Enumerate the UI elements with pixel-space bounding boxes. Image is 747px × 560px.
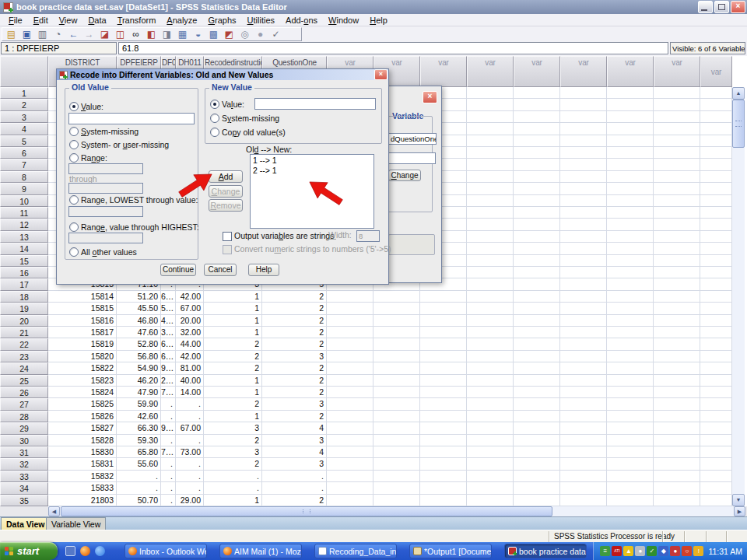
grid-cell-empty[interactable] xyxy=(467,255,514,267)
tab-variable-view[interactable]: Variable View xyxy=(46,517,106,530)
grid-cell-empty[interactable] xyxy=(607,351,654,362)
grid-cell-empty[interactable] xyxy=(560,195,607,207)
grid-cell-empty[interactable] xyxy=(327,458,374,470)
grid-cell[interactable]: 1 xyxy=(204,495,262,506)
grid-cell-empty[interactable] xyxy=(560,278,607,290)
grid-cell[interactable]: 2 xyxy=(262,315,327,327)
row-header[interactable]: 15 xyxy=(0,255,48,267)
grid-cell-empty[interactable] xyxy=(374,482,420,494)
row-header[interactable]: 33 xyxy=(0,471,48,482)
row-header[interactable]: 21 xyxy=(0,327,48,338)
grid-cell[interactable]: 55.60 xyxy=(117,458,161,470)
grid-cell-empty[interactable] xyxy=(514,219,560,230)
grid-cell-empty[interactable] xyxy=(654,147,700,159)
grid-cell-empty[interactable] xyxy=(560,362,607,374)
grid-cell[interactable]: . xyxy=(161,495,176,506)
grid-cell[interactable]: 51.20 xyxy=(117,291,161,303)
grid-cell-empty[interactable] xyxy=(374,338,420,350)
status-tray-icon[interactable]: ● xyxy=(670,546,680,556)
grid-cell[interactable]: 15832 xyxy=(48,471,117,482)
grid-cell[interactable]: 66.30 xyxy=(117,422,161,434)
grid-cell-empty[interactable] xyxy=(420,303,467,314)
grid-cell-empty[interactable] xyxy=(607,303,654,314)
office-tray-icon[interactable]: ◆ xyxy=(658,546,668,556)
grid-cell-empty[interactable] xyxy=(560,255,607,267)
grid-cell-empty[interactable] xyxy=(607,183,654,194)
grid-cell-empty[interactable] xyxy=(654,495,700,506)
grid-cell[interactable]: 5… xyxy=(161,303,176,314)
grid-cell-empty[interactable] xyxy=(420,351,467,362)
grid-cell-empty[interactable] xyxy=(374,495,420,506)
grid-cell[interactable]: 15815 xyxy=(48,303,117,314)
grid-cell-empty[interactable] xyxy=(514,458,560,470)
grid-cell[interactable]: 9… xyxy=(161,422,176,434)
grid-cell-empty[interactable] xyxy=(514,351,560,362)
old-value-radio-label[interactable]: Value: xyxy=(81,102,103,111)
grid-cell[interactable]: . xyxy=(176,435,204,446)
grid-cell-empty[interactable] xyxy=(467,159,514,170)
grid-cell-empty[interactable] xyxy=(467,291,514,303)
row-header[interactable]: 29 xyxy=(0,422,48,434)
grid-cell[interactable]: 2 xyxy=(262,291,327,303)
grid-cell[interactable]: 4 xyxy=(262,422,327,434)
antivirus-tray-icon[interactable]: ✓ xyxy=(647,546,657,556)
grid-cell-empty[interactable] xyxy=(560,315,607,327)
grid-cell-empty[interactable] xyxy=(514,422,560,434)
row-header[interactable]: 26 xyxy=(0,387,48,398)
grid-cell-empty[interactable] xyxy=(514,111,560,123)
grid-cell-empty[interactable] xyxy=(700,267,732,278)
change-button[interactable]: Change xyxy=(388,170,421,181)
scroll-down-icon[interactable]: ▼ xyxy=(732,494,745,506)
help-button[interactable]: Help xyxy=(248,264,279,276)
grid-cell-empty[interactable] xyxy=(700,291,732,303)
grid-cell[interactable]: . xyxy=(262,482,327,494)
close-icon[interactable]: × xyxy=(374,69,388,80)
grid-cell[interactable]: 2 xyxy=(262,327,327,338)
grid-cell[interactable]: . xyxy=(161,458,176,470)
grid-cell-empty[interactable] xyxy=(514,327,560,338)
grid-cell-empty[interactable] xyxy=(560,123,607,135)
grid-cell-empty[interactable] xyxy=(514,195,560,207)
grid-cell-empty[interactable] xyxy=(327,435,374,446)
vertical-scrollbar[interactable]: ▲ ▼ xyxy=(732,87,745,506)
grid-cell-empty[interactable] xyxy=(700,255,732,267)
grid-cell-empty[interactable] xyxy=(327,495,374,506)
grid-cell-empty[interactable] xyxy=(700,303,732,314)
old-system-user-missing-radio[interactable] xyxy=(69,140,79,149)
grid-cell-empty[interactable] xyxy=(560,135,607,147)
grid-cell-empty[interactable] xyxy=(327,411,374,422)
grid-cell-empty[interactable] xyxy=(514,411,560,422)
grid-cell-empty[interactable] xyxy=(654,398,700,410)
grid-cell-empty[interactable] xyxy=(420,435,467,446)
grid-cell-empty[interactable] xyxy=(700,243,732,254)
grid-cell[interactable]: 7… xyxy=(161,387,176,398)
horizontal-scrollbar[interactable]: ◀ ▶ xyxy=(48,506,745,516)
grid-cell-empty[interactable] xyxy=(467,327,514,338)
grid-cell-empty[interactable] xyxy=(607,99,654,110)
grid-cell[interactable]: 6… xyxy=(161,351,176,362)
grid-cell[interactable]: . xyxy=(161,471,176,482)
grid-cell[interactable]: 15814 xyxy=(48,291,117,303)
grid-cell-empty[interactable] xyxy=(514,123,560,135)
row-header[interactable]: 25 xyxy=(0,375,48,387)
row-header[interactable]: 14 xyxy=(0,243,48,254)
grid-cell[interactable]: 1 xyxy=(204,387,262,398)
grid-cell[interactable]: 67.00 xyxy=(176,303,204,314)
grid-cell-empty[interactable] xyxy=(467,375,514,387)
grid-cell-empty[interactable] xyxy=(560,159,607,170)
grid-cell-empty[interactable] xyxy=(327,315,374,327)
grid-cell[interactable]: 2 xyxy=(262,387,327,398)
row-header[interactable]: 32 xyxy=(0,458,48,470)
grid-cell-empty[interactable] xyxy=(374,458,420,470)
grid-cell-empty[interactable] xyxy=(560,482,607,494)
grid-cell-empty[interactable] xyxy=(700,123,732,135)
grid-cell-empty[interactable] xyxy=(327,387,374,398)
grid-cell[interactable]: . xyxy=(176,471,204,482)
grid-cell-empty[interactable] xyxy=(327,482,374,494)
all-other-values-radio[interactable] xyxy=(69,247,79,257)
grid-cell[interactable]: 40.00 xyxy=(176,375,204,387)
output-variable-name-field[interactable]: dQuestionOne xyxy=(388,133,437,145)
range-highest-field[interactable] xyxy=(68,233,143,243)
grid-cell-empty[interactable] xyxy=(560,446,607,458)
grid-cell-empty[interactable] xyxy=(560,171,607,183)
